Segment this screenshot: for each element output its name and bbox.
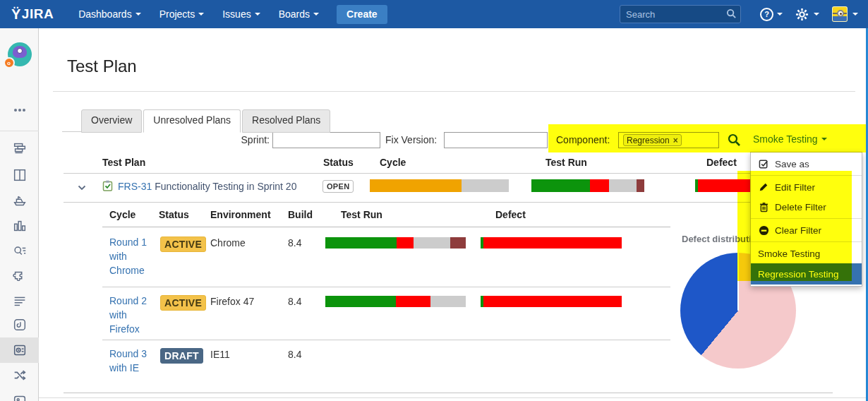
sidebar-more[interactable] — [0, 97, 39, 123]
admin-menu[interactable] — [795, 8, 819, 21]
sprint-label: Sprint: — [233, 134, 270, 145]
sidebar-item-board[interactable] — [0, 162, 39, 188]
nav-menu: DashboardsProjectsIssuesBoards — [69, 0, 328, 28]
cycle-status-badge: DRAFT — [160, 348, 203, 364]
queues-icon — [12, 140, 28, 156]
nav-item-issues[interactable]: Issues — [213, 0, 269, 28]
menu-item-smoke-testing[interactable]: Smoke Testing — [751, 244, 862, 263]
nav-item-projects[interactable]: Projects — [150, 0, 214, 28]
cycle-link[interactable]: Round 1 with Chrome — [109, 235, 155, 277]
col-environment: Environment — [210, 209, 271, 220]
apply-filter-button[interactable] — [727, 133, 741, 149]
tab-unresolved-plans[interactable]: Unresolved Plans — [143, 109, 241, 133]
sprint-input[interactable] — [272, 132, 380, 148]
bar-segment — [325, 237, 397, 249]
user-avatar — [832, 6, 848, 22]
image-icon — [12, 393, 28, 401]
user-menu[interactable] — [832, 6, 858, 22]
nav-item-dashboards[interactable]: Dashboards — [69, 0, 150, 28]
testrun-progress-bar — [325, 296, 466, 307]
board-columns-icon — [12, 167, 28, 183]
cycle-row: Round 2 with FirefoxACTIVEFirefox 478.4 — [102, 292, 670, 340]
top-nav: Ÿ JIRA DashboardsProjectsIssuesBoards Cr… — [0, 0, 868, 28]
page-title: Test Plan — [67, 56, 137, 76]
bar-segment — [483, 237, 622, 249]
pie-slice-gap — [737, 253, 739, 311]
test-plan-icon — [102, 180, 113, 193]
sidebar-item-shortcuts[interactable] — [0, 288, 39, 313]
bar-segment — [325, 296, 396, 307]
nav-item-boards[interactable]: Boards — [270, 0, 328, 28]
project-sidebar: o — [0, 28, 39, 401]
col-status: Status — [323, 157, 354, 168]
component-chip: Regression × — [623, 134, 682, 146]
menu-item-clear-filter[interactable]: Clear Filter — [751, 220, 862, 240]
sidebar-item-addons[interactable] — [0, 264, 39, 289]
bar-segment — [531, 179, 590, 192]
cycle-progress-bar — [370, 179, 509, 192]
text-lines-icon — [12, 293, 28, 309]
jira-logo-icon: Ÿ — [11, 6, 21, 23]
menu-item-label: Smoke Testing — [758, 249, 820, 259]
fix-version-label: Fix Version: — [385, 134, 437, 145]
chip-remove-icon[interactable]: × — [673, 136, 678, 145]
tests-icon — [12, 342, 28, 358]
menu-item-edit-filter[interactable]: Edit Filter — [751, 177, 862, 197]
fix-version-input[interactable] — [444, 132, 548, 148]
sidebar-item-media[interactable] — [0, 388, 39, 401]
sidebar-item-issues[interactable] — [0, 239, 39, 264]
minus-circle-icon — [758, 225, 769, 236]
plan-link[interactable]: FRS-31 Functionality Testing in Sprint 2… — [118, 181, 296, 192]
help-menu[interactable]: ? — [760, 8, 783, 21]
cycle-environment: Chrome — [210, 237, 246, 249]
saved-filter-dropdown[interactable]: Smoke Testing — [753, 133, 827, 145]
tab-overview[interactable]: Overview — [81, 109, 142, 133]
jira-app: Ÿ JIRA DashboardsProjectsIssuesBoards Cr… — [0, 0, 868, 401]
puzzle-icon — [12, 269, 28, 285]
cycle-status-badge: ACTIVE — [160, 237, 206, 252]
nav-search — [620, 5, 741, 23]
sidebar-item-tests[interactable] — [0, 337, 39, 363]
menu-item-regression-testing[interactable]: Regression Testing — [751, 263, 862, 285]
create-button[interactable]: Create — [337, 5, 387, 24]
saved-filter-label: Smoke Testing — [753, 133, 818, 145]
menu-item-label: Edit Filter — [775, 182, 815, 193]
ellipsis-icon — [13, 108, 26, 112]
menu-divider — [751, 218, 862, 219]
sidebar-item-capture[interactable] — [0, 312, 39, 337]
bar-segment — [483, 296, 622, 307]
plan-summary: Functionality Testing in Sprint 20 — [155, 181, 296, 192]
sidebar-item-reports[interactable] — [0, 213, 39, 239]
bar-segment — [450, 237, 466, 249]
plan-tabs: OverviewUnresolved PlansResolved Plans — [81, 109, 332, 133]
menu-item-label: Save as — [775, 159, 809, 169]
menu-item-label: Delete Filter — [775, 202, 826, 213]
panel-bottom-border — [64, 393, 833, 393]
sidebar-item-releases[interactable] — [0, 188, 39, 213]
bar-segment — [462, 179, 509, 192]
cycle-build: 8.4 — [288, 237, 301, 249]
col-status: Status — [159, 209, 189, 220]
tab-resolved-plans[interactable]: Resolved Plans — [242, 109, 330, 133]
component-input[interactable]: Regression × — [618, 132, 719, 148]
menu-item-delete-filter[interactable]: Delete Filter — [751, 197, 862, 217]
cycle-status-badge: ACTIVE — [160, 295, 206, 311]
cycle-table-header: Cycle Status Environment Build Test Run … — [102, 209, 670, 227]
plan-key[interactable]: FRS-31 — [118, 181, 152, 192]
menu-item-label: Regression Testing — [758, 269, 839, 280]
ship-icon — [12, 193, 28, 208]
sidebar-item-shuffle[interactable] — [0, 363, 39, 388]
menu-item-save-as[interactable]: Save as — [751, 154, 862, 174]
bar-segment — [397, 237, 414, 249]
expand-chevron-icon[interactable] — [78, 181, 86, 193]
issues-search-icon — [12, 244, 28, 259]
cycle-link[interactable]: Round 3 with IE — [109, 347, 155, 375]
bar-segment — [430, 296, 466, 307]
cycle-link[interactable]: Round 2 with Firefox — [109, 294, 155, 336]
jira-logo[interactable]: Ÿ JIRA — [11, 6, 54, 23]
search-input[interactable] — [620, 5, 741, 23]
col-build: Build — [288, 209, 313, 220]
project-avatar[interactable]: o — [0, 39, 39, 70]
sidebar-item-queues[interactable] — [0, 136, 39, 161]
bar-segment — [637, 179, 644, 192]
